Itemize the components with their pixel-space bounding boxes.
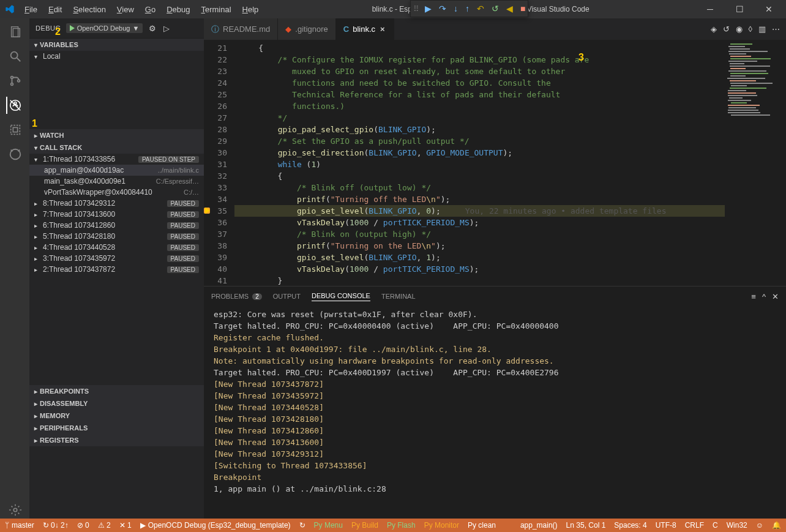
memory-section[interactable]: ▸MEMORY [29,410,204,422]
timeline-icon[interactable] [6,146,23,163]
thread-row[interactable]: ▸6:Thread 1073412860PAUSED [29,220,204,231]
indent[interactable]: Spaces: 4 [614,521,646,530]
thread-row[interactable]: ▸4:Thread 1073440528PAUSED [29,242,204,253]
stack-frame[interactable]: main_task@0x400d09e1C:/Espressif… [29,176,204,187]
svg-point-6 [18,80,20,82]
breakpoints-section[interactable]: ▸BREAKPOINTS [29,385,204,397]
debug-config-selector[interactable]: OpenOCD Debug ▼ [66,23,143,33]
terminal-tab[interactable]: TERMINAL [381,293,416,300]
os-indicator[interactable]: Win32 [727,521,747,530]
close-panel-icon[interactable]: ✕ [772,292,779,301]
minimap[interactable] [725,40,786,286]
encoding[interactable]: UTF-8 [656,521,676,530]
debug-sidebar: DEBUG OpenOCD Debug ▼ ⚙ ▷ ▾VARIABLES ▾Lo… [29,18,204,519]
close-tab-icon[interactable]: × [379,24,386,34]
svg-line-3 [17,58,21,62]
language[interactable]: C [713,521,718,530]
menu-debug[interactable]: Debug [162,2,195,17]
git-sync[interactable]: ↻ 0↓ 2↑ [43,521,69,530]
split-icon[interactable]: ▥ [758,24,766,34]
stack-frame[interactable]: app_main@0x400d19ac../main/blink.c [29,165,204,176]
peripherals-section[interactable]: ▸PERIPHERALS [29,422,204,434]
registers-section[interactable]: ▸REGISTERS [29,434,204,446]
menu-edit[interactable]: Edit [43,2,67,17]
activity-bar [0,18,29,519]
menu-file[interactable]: File [20,2,42,17]
annotation-1: 1 [32,118,37,129]
task-pyclean[interactable]: Py clean [468,521,496,530]
git-branch[interactable]: ᛘ master [5,521,34,530]
output-tab[interactable]: OUTPUT [273,293,301,300]
menu-terminal[interactable]: Terminal [196,2,236,17]
task-pymenu[interactable]: Py Menu [314,521,343,530]
explorer-icon[interactable] [6,23,23,40]
debug-console-output[interactable]: esp32: Core was reset (pwrstat=0x1F, aft… [204,306,786,519]
menu-selection[interactable]: Selection [68,2,110,17]
svg-rect-1 [13,29,20,37]
thread-row[interactable]: ▸2:Thread 1073437872PAUSED [29,264,204,275]
chevron-down-icon: ▼ [132,24,139,32]
thread-row[interactable]: ▾1:Thread 1073433856PAUSED ON STEP [29,154,204,165]
status-bar: ᛘ master ↻ 0↓ 2↑ ⊘ 0 ⚠ 2 ✕ 1 ▶ OpenOCD D… [0,519,786,532]
thread-row[interactable]: ▸3:Thread 1073435972PAUSED [29,253,204,264]
panel-tabs: PROBLEMS2 OUTPUT DEBUG CONSOLE TERMINAL … [204,287,786,306]
minimize-button[interactable]: ─ [698,0,722,18]
debug-task[interactable]: ▶ OpenOCD Debug (Esp32_debug_template) [140,521,291,530]
code-area[interactable]: { /* Configure the IOMUX register for pa… [234,40,725,286]
cursor-pos[interactable]: Ln 35, Col 1 [566,521,606,530]
preview-icon[interactable]: ◉ [736,24,743,34]
settings-icon[interactable]: ⚙ [148,23,157,34]
current-fn[interactable]: app_main() [520,521,558,530]
task-pymonitor[interactable]: Py Monitor [424,521,459,530]
collapse-icon[interactable]: ^ [762,292,766,301]
titlebar: File Edit Selection View Go Debug Termin… [0,0,786,18]
thread-row[interactable]: ▸8:Thread 1073429312PAUSED [29,198,204,209]
svg-point-5 [11,83,13,86]
thread-row[interactable]: ▸5:Thread 1073428180PAUSED [29,231,204,242]
eol[interactable]: CRLF [685,521,704,530]
svg-rect-10 [11,126,20,135]
source-control-icon[interactable] [6,72,23,89]
menu-view[interactable]: View [112,2,139,17]
variables-section[interactable]: ▾VARIABLES [29,39,204,51]
tab-gitignore[interactable]: ◆.gitignore [278,18,335,40]
problems-tab[interactable]: PROBLEMS2 [211,293,262,300]
history-icon[interactable]: ↺ [723,24,730,34]
task-pybuild[interactable]: Py Build [351,521,378,530]
editor-tabs: ⓘREADME.md ◆.gitignore Cblink.c× ◈ ↺ ◉ ◊… [204,18,786,40]
warnings-count[interactable]: ⚠ 2 [98,521,111,530]
watch-section[interactable]: ▸WATCH [29,129,204,141]
tab-readme[interactable]: ⓘREADME.md [204,18,278,40]
callstack-section[interactable]: ▾CALL STACK [29,141,204,154]
close-button[interactable]: ✕ [757,0,781,18]
task-pyflash[interactable]: Py Flash [387,521,416,530]
debug-view-icon[interactable] [6,97,23,114]
bottom-panel: PROBLEMS2 OUTPUT DEBUG CONSOLE TERMINAL … [204,286,786,519]
tab-blink[interactable]: Cblink.c× [336,18,394,40]
other-count[interactable]: ✕ 1 [119,521,132,530]
annotation-2: 2 [55,26,61,37]
feedback-icon[interactable]: ☺ [756,521,763,530]
settings-gear-icon[interactable] [6,501,23,519]
local-scope[interactable]: ▾Local [29,51,204,62]
stack-frame[interactable]: vPortTaskWrapper@0x40084410C:/… [29,187,204,198]
disassembly-section[interactable]: ▸DISASSEMBLY [29,397,204,410]
compare-icon[interactable]: ◈ [711,24,717,34]
maximize-button[interactable]: ☐ [727,0,752,18]
menu-help[interactable]: Help [238,2,264,17]
debug-console-tab[interactable]: DEBUG CONSOLE [312,292,370,301]
reload-icon[interactable]: ↻ [299,521,305,530]
editor[interactable]: 2122232425262728293031323334353637383940… [204,40,786,286]
search-icon[interactable] [6,48,23,65]
bell-icon[interactable]: 🔔 [772,521,781,530]
filter-icon[interactable]: ≡ [751,292,756,301]
menu-go[interactable]: Go [140,2,160,17]
diff-icon[interactable]: ◊ [749,24,752,34]
window-controls: ─ ☐ ✕ [698,0,781,18]
gutter[interactable]: 2122232425262728293031323334353637383940… [204,40,234,286]
thread-row[interactable]: ▸7:Thread 1073413600PAUSED [29,209,204,220]
console-icon[interactable]: ▷ [162,23,171,34]
references-icon[interactable] [6,121,23,138]
errors-count[interactable]: ⊘ 0 [77,521,89,530]
more-icon[interactable]: ⋯ [772,24,780,34]
